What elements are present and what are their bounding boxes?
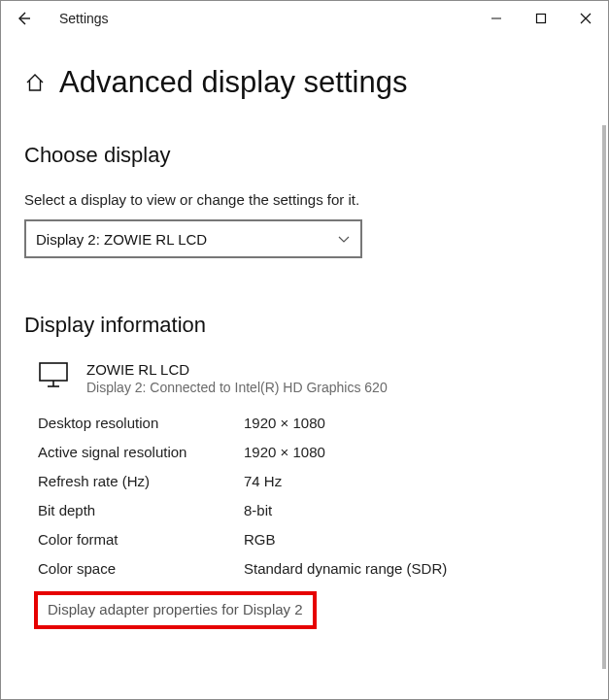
window-title: Settings — [59, 11, 109, 26]
info-row: Active signal resolution1920 × 1080 — [38, 444, 585, 460]
info-key: Active signal resolution — [38, 444, 244, 460]
minimize-icon — [491, 13, 502, 24]
monitor-summary: ZOWIE RL LCD Display 2: Connected to Int… — [24, 361, 585, 395]
info-key: Color format — [38, 531, 244, 548]
info-row: Desktop resolution1920 × 1080 — [38, 415, 585, 431]
arrow-left-icon — [15, 10, 32, 27]
info-table: Desktop resolution1920 × 1080 Active sig… — [24, 415, 585, 577]
choose-display-helper: Select a display to view or change the s… — [24, 191, 585, 208]
close-icon — [580, 13, 592, 24]
close-button[interactable] — [563, 2, 608, 35]
info-row: Color formatRGB — [38, 531, 585, 548]
monitor-subtext: Display 2: Connected to Intel(R) HD Grap… — [86, 380, 388, 395]
settings-window: Settings Advanced display settings Choos… — [0, 0, 609, 700]
info-value: 8-bit — [244, 502, 272, 518]
info-key: Bit depth — [38, 502, 244, 518]
display-select[interactable]: Display 2: ZOWIE RL LCD — [24, 219, 362, 258]
info-key: Refresh rate (Hz) — [38, 473, 244, 489]
info-key: Desktop resolution — [38, 415, 244, 431]
monitor-icon — [38, 361, 69, 388]
svg-rect-0 — [537, 15, 546, 23]
titlebar: Settings — [1, 1, 608, 36]
window-controls — [474, 2, 608, 35]
info-key: Color space — [38, 560, 244, 577]
maximize-button[interactable] — [519, 2, 563, 35]
display-info-heading: Display information — [24, 313, 585, 338]
monitor-name: ZOWIE RL LCD — [86, 361, 388, 378]
home-icon[interactable] — [24, 72, 46, 93]
info-row: Bit depth8-bit — [38, 502, 585, 518]
chevron-down-icon — [337, 232, 351, 246]
page-title: Advanced display settings — [59, 65, 407, 100]
info-value: RGB — [244, 531, 276, 548]
minimize-button[interactable] — [474, 2, 519, 35]
info-value: Standard dynamic range (SDR) — [244, 560, 447, 577]
monitor-labels: ZOWIE RL LCD Display 2: Connected to Int… — [86, 361, 388, 395]
adapter-properties-link[interactable]: Display adapter properties for Display 2 — [34, 591, 317, 629]
display-select-value: Display 2: ZOWIE RL LCD — [36, 231, 207, 248]
back-button[interactable] — [7, 2, 40, 35]
maximize-icon — [535, 13, 547, 24]
choose-display-heading: Choose display — [24, 143, 585, 168]
info-value: 1920 × 1080 — [244, 444, 325, 460]
info-row: Color spaceStandard dynamic range (SDR) — [38, 560, 585, 577]
scrollbar[interactable] — [602, 125, 606, 669]
info-value: 1920 × 1080 — [244, 415, 325, 431]
info-row: Refresh rate (Hz)74 Hz — [38, 473, 585, 489]
info-value: 74 Hz — [244, 473, 282, 489]
svg-rect-1 — [40, 363, 67, 381]
content-area: Advanced display settings Choose display… — [1, 36, 608, 699]
page-header: Advanced display settings — [24, 65, 585, 100]
